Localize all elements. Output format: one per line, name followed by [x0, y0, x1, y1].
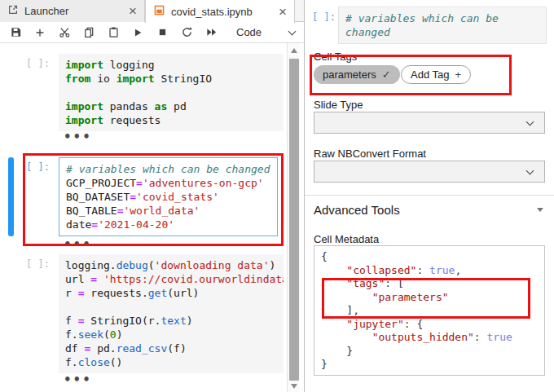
run-icon: [132, 27, 143, 38]
notebook-toolbar: Code: [0, 22, 304, 43]
chevron-down-icon: [288, 27, 297, 35]
scroll-down-icon[interactable]: [291, 384, 297, 389]
copy-icon: [83, 26, 95, 38]
save-icon: [10, 26, 22, 38]
code-cell-download[interactable]: logging.debug('downloading data')url = '…: [59, 254, 284, 373]
add-cell-button[interactable]: [28, 23, 52, 42]
property-inspector-panel: [ ]: # variables which can bechanged Cel…: [304, 0, 554, 392]
plus-icon: [34, 27, 46, 38]
cell-prompt: [ ]:: [26, 161, 50, 173]
interrupt-kernel-button[interactable]: [150, 23, 174, 42]
notebook-content: [ ]: import loggingfrom io import String…: [0, 43, 304, 392]
close-icon[interactable]: ×: [129, 4, 137, 18]
section-divider: [305, 195, 554, 196]
notebook-panel: Launcher × covid_stats.ipynb ×: [0, 0, 304, 392]
chevron-down-icon: [526, 166, 534, 174]
run-cell-button[interactable]: [125, 23, 150, 42]
plus-icon: +: [455, 68, 461, 81]
code-cell-imports[interactable]: import loggingfrom io import StringIO im…: [59, 54, 284, 131]
scroll-up-icon[interactable]: [291, 48, 297, 53]
cell-metadata-label: Cell Metadata: [314, 233, 379, 245]
tag-label: parameters: [323, 68, 376, 81]
tab-covid-stats-notebook[interactable]: covid_stats.ipynb ×: [145, 0, 295, 23]
cell-prompt: [ ]:: [26, 58, 50, 69]
scissors-icon: [59, 26, 71, 38]
stop-icon: [157, 27, 168, 37]
cell-metadata-editor[interactable]: { "collapsed": true, "tags": [ "paramete…: [314, 245, 545, 376]
paste-cells-button[interactable]: [101, 23, 125, 42]
cell-type-select[interactable]: Code: [236, 26, 295, 38]
copy-cells-button[interactable]: [77, 23, 101, 42]
cut-cells-button[interactable]: [52, 23, 77, 42]
cell-prompt: [ ]:: [312, 11, 336, 23]
notebook-icon: [153, 4, 165, 19]
add-tag-button[interactable]: Add Tag +: [401, 65, 471, 84]
run-all-button[interactable]: [199, 23, 223, 42]
chevron-down-icon: [526, 117, 534, 126]
add-tag-label: Add Tag: [411, 68, 449, 81]
restart-kernel-button[interactable]: [174, 23, 199, 42]
nbconvert-format-select[interactable]: [314, 161, 545, 183]
check-icon: ✓: [382, 68, 391, 81]
active-cell-indicator-bar: [8, 157, 14, 236]
launcher-icon: [7, 4, 19, 18]
code-cell-parameters[interactable]: # variables which can be changedGCP_PROJ…: [59, 157, 278, 236]
selected-cell-preview: # variables which can bechanged: [338, 7, 547, 44]
save-button[interactable]: [3, 23, 28, 42]
advanced-tools-header[interactable]: Advanced Tools: [314, 203, 546, 217]
nbconvert-format-label: Raw NBConvert Format: [314, 148, 426, 160]
cell-prompt: [ ]:: [26, 258, 50, 270]
fast-forward-icon: [205, 26, 218, 38]
scrollbar-thumb[interactable]: [289, 59, 299, 381]
collapse-caret-icon: [537, 208, 543, 212]
notebook-scrollbar[interactable]: [287, 43, 300, 392]
cell-tags-label: Cell Tags: [314, 51, 357, 63]
restart-icon: [181, 26, 193, 38]
cell-metadata-json: { "collapsed": true, "tags": [ "paramete…: [321, 250, 538, 372]
slide-type-select[interactable]: [314, 112, 545, 134]
advanced-tools-label: Advanced Tools: [314, 203, 400, 217]
collapsed-output-dots[interactable]: •••: [64, 237, 92, 252]
slide-type-label: Slide Type: [314, 99, 363, 111]
tag-parameters[interactable]: parameters ✓: [314, 65, 400, 84]
close-icon[interactable]: ×: [279, 5, 287, 19]
collapsed-output-dots[interactable]: •••: [64, 130, 92, 144]
tab-launcher[interactable]: Launcher ×: [0, 0, 145, 22]
tab-label: covid_stats.ipynb: [171, 6, 273, 18]
collapsed-output-dots[interactable]: •••: [64, 372, 92, 387]
tab-label: Launcher: [24, 5, 123, 17]
paste-icon: [108, 26, 120, 38]
cell-type-value: Code: [236, 26, 262, 38]
tab-bar: Launcher × covid_stats.ipynb ×: [0, 0, 304, 22]
